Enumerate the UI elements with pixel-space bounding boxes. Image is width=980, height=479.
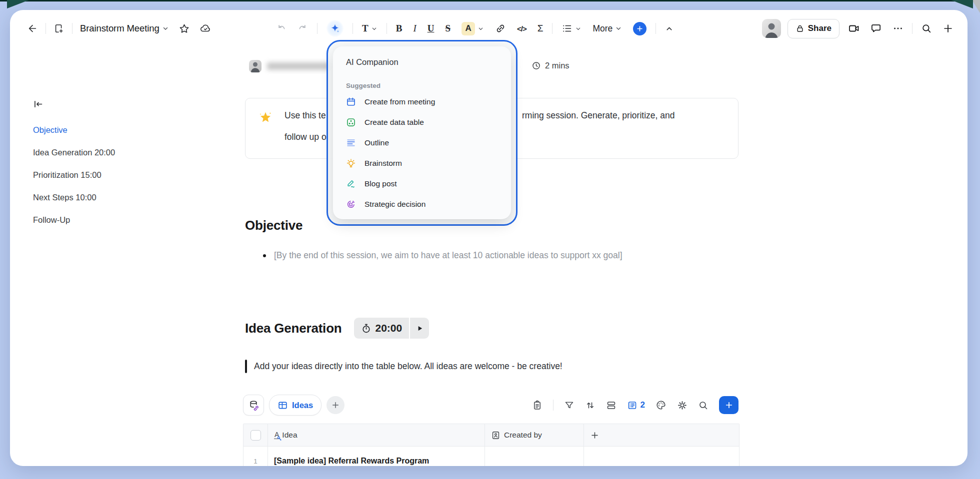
toolbar-right: Share <box>762 18 956 39</box>
data-table-toolbar: Ideas 2 <box>243 395 738 416</box>
video-camera-icon <box>848 22 860 34</box>
italic-button[interactable]: I <box>411 21 418 36</box>
strikethrough-button[interactable]: S <box>443 21 452 36</box>
menu-item-outline[interactable]: Outline <box>333 132 511 153</box>
more-label: More <box>592 23 612 34</box>
view-tab-ideas[interactable]: Ideas <box>269 395 322 416</box>
outline-item-follow-up[interactable]: Follow-Up <box>33 215 115 225</box>
new-page-button[interactable] <box>52 21 66 36</box>
desktop-top-edge <box>0 0 980 1</box>
extra-cell[interactable] <box>584 447 739 466</box>
text-style-letter: T <box>362 23 368 34</box>
divider <box>912 23 912 34</box>
chevron-up-icon <box>665 24 674 33</box>
select-all-cell <box>244 424 268 446</box>
bullet-dot <box>263 254 266 257</box>
redo-button[interactable] <box>296 21 310 36</box>
idea-generation-heading-row: Idea Generation 20:00 <box>245 318 429 339</box>
comments-button[interactable] <box>868 21 884 36</box>
idea-generation-quote: Add your ideas directly into the table b… <box>245 360 562 373</box>
video-button[interactable] <box>846 20 862 36</box>
column-label: Created by <box>504 431 542 440</box>
forms-button[interactable] <box>532 400 542 411</box>
share-label: Share <box>808 23 832 33</box>
outline-item-prioritization[interactable]: Prioritization 15:00 <box>33 170 115 180</box>
equation-button[interactable]: Σ <box>536 21 546 36</box>
list-menu[interactable] <box>560 21 584 36</box>
settings-button[interactable] <box>677 400 688 411</box>
column-header-idea[interactable]: A Idea <box>268 424 485 446</box>
menu-item-create-data-table[interactable]: Create data table <box>333 112 511 132</box>
row-number: 1 <box>254 458 258 465</box>
data-source-button[interactable] <box>243 395 264 416</box>
menu-item-blog-post[interactable]: Blog post <box>333 173 511 194</box>
chevron-down-icon <box>478 25 484 32</box>
highlight-color-menu[interactable]: A <box>460 20 486 37</box>
share-button[interactable]: Share <box>788 19 840 38</box>
text-style-menu[interactable]: T <box>360 21 380 36</box>
new-tab-button[interactable] <box>940 21 956 36</box>
objective-heading: Objective <box>245 218 302 233</box>
star-icon <box>178 23 190 34</box>
link-button[interactable] <box>493 21 508 36</box>
insert-button[interactable] <box>631 20 648 37</box>
search-button[interactable] <box>919 21 934 36</box>
add-view-button[interactable] <box>326 396 344 414</box>
divider <box>46 23 46 34</box>
saved-status-button[interactable] <box>198 20 214 36</box>
overflow-menu-button[interactable] <box>890 21 906 36</box>
column-label: Idea <box>282 431 297 440</box>
row-number-cell: 1 <box>244 447 268 466</box>
ai-companion-button[interactable] <box>324 18 346 39</box>
collapse-outline-button[interactable] <box>33 99 115 111</box>
filter-button[interactable] <box>564 400 574 411</box>
callout-text-1-left: Use this te <box>284 110 326 121</box>
timer-display[interactable]: 20:00 <box>354 318 410 339</box>
created-by-cell[interactable] <box>485 447 584 466</box>
calendar-icon <box>346 97 356 107</box>
outline-item-idea-generation[interactable]: Idea Generation 20:00 <box>33 148 115 157</box>
select-all-checkbox[interactable] <box>250 430 261 441</box>
ai-prompt-input[interactable]: AI Companion <box>333 56 511 67</box>
cloud-check-icon <box>200 22 212 34</box>
user-avatar[interactable] <box>762 19 781 38</box>
fields-button[interactable]: 2 <box>627 400 645 411</box>
ai-companion-card: AI Companion Suggested Create from meeti… <box>333 46 511 219</box>
chevron-down-icon <box>162 25 169 32</box>
menu-item-label: Outline <box>364 138 389 147</box>
view-tabs: Ideas <box>243 395 344 416</box>
back-button[interactable] <box>25 21 40 36</box>
outline-panel: Objective Idea Generation 20:00 Prioriti… <box>33 99 115 238</box>
add-record-button[interactable] <box>719 396 738 414</box>
outline-item-next-steps[interactable]: Next Steps 10:00 <box>33 193 115 202</box>
undo-button[interactable] <box>274 21 288 36</box>
more-menu[interactable]: More <box>590 21 624 36</box>
chat-bubble-icon <box>870 23 882 34</box>
timer-chip[interactable]: 20:00 <box>354 318 430 339</box>
color-button[interactable] <box>656 400 666 411</box>
favorite-button[interactable] <box>176 21 192 36</box>
table-row[interactable]: 1 [Sample idea] Referral Rewards Program <box>244 447 739 466</box>
underline-letter: U <box>428 23 434 34</box>
bold-button[interactable]: B <box>394 21 404 36</box>
sort-button[interactable] <box>585 400 596 411</box>
search-table-button[interactable] <box>698 400 708 411</box>
author-name-redacted <box>267 62 331 70</box>
target-icon <box>346 199 356 209</box>
divider <box>552 23 552 34</box>
underline-button[interactable]: U <box>426 21 436 36</box>
code-button[interactable]: </> <box>515 22 528 35</box>
menu-item-strategic-decision[interactable]: Strategic decision <box>333 194 511 214</box>
menu-item-brainstorm[interactable]: Brainstorm <box>333 153 511 173</box>
idea-cell[interactable]: [Sample idea] Referral Rewards Program <box>268 447 485 466</box>
collapse-toolbar-button[interactable] <box>663 22 676 35</box>
idea-generation-heading: Idea Generation <box>245 321 342 336</box>
outline-item-objective[interactable]: Objective <box>33 125 115 135</box>
column-header-created-by[interactable]: Created by <box>485 424 584 446</box>
doc-title-menu[interactable]: Brainstorm Meeting <box>78 21 171 36</box>
menu-item-create-from-meeting[interactable]: Create from meeting <box>333 91 511 112</box>
callout-text-2: follow up o <box>284 132 326 142</box>
row-height-button[interactable] <box>606 400 616 411</box>
timer-play-button[interactable] <box>410 318 429 339</box>
add-column-cell[interactable] <box>584 424 739 446</box>
